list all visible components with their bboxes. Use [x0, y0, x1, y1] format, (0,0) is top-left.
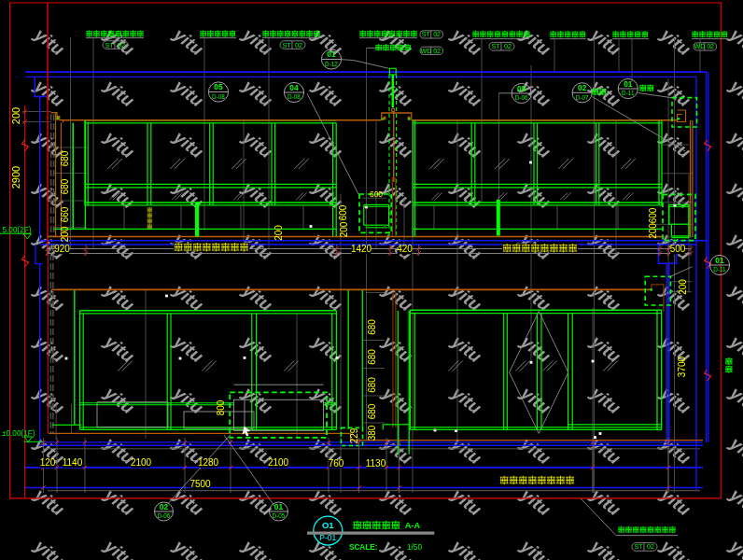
svg-text:D-06: D-06 [515, 94, 528, 101]
svg-text:380: 380 [367, 425, 377, 441]
svg-text:800: 800 [216, 399, 226, 415]
svg-text:02: 02 [160, 502, 169, 511]
svg-text:5.00(2F): 5.00(2F) [3, 226, 32, 234]
svg-text:01: 01 [624, 79, 633, 89]
svg-text:200: 200 [10, 107, 21, 124]
svg-text:200: 200 [273, 225, 284, 241]
svg-text:02: 02 [295, 41, 302, 49]
svg-text:2900: 2900 [10, 166, 21, 189]
svg-text:SCALE:: SCALE: [349, 543, 377, 552]
svg-text:01: 01 [715, 256, 724, 265]
svg-text:D-05: D-05 [273, 512, 286, 519]
svg-text:02: 02 [647, 542, 654, 551]
svg-text:WD: WD [694, 42, 705, 50]
svg-text:02: 02 [433, 47, 441, 55]
svg-text:±0.00(1F): ±0.00(1F) [2, 429, 35, 438]
svg-text:1/50: 1/50 [407, 543, 422, 552]
svg-text:1420: 1420 [351, 244, 372, 254]
svg-text:02: 02 [578, 83, 587, 92]
svg-text:660: 660 [60, 206, 70, 222]
svg-text:680: 680 [60, 150, 70, 166]
svg-text:600: 600 [648, 207, 658, 223]
svg-text:ST: ST [282, 41, 291, 49]
svg-text:ST: ST [491, 42, 500, 50]
svg-text:680: 680 [367, 377, 377, 393]
svg-text:200: 200 [648, 223, 658, 239]
svg-text:420: 420 [397, 244, 413, 254]
svg-text:02: 02 [118, 41, 125, 49]
svg-text:D-11: D-11 [622, 90, 635, 96]
svg-text:200: 200 [678, 279, 688, 295]
svg-text:500: 500 [670, 244, 686, 254]
svg-text:680: 680 [60, 178, 70, 194]
svg-text:WD: WD [420, 47, 431, 55]
svg-text:D-12: D-12 [325, 61, 338, 67]
svg-text:680: 680 [367, 349, 377, 365]
svg-text:7500: 7500 [189, 479, 211, 489]
svg-text:120: 120 [40, 457, 56, 468]
svg-text:D-11: D-11 [713, 266, 726, 273]
svg-text:02: 02 [504, 42, 512, 50]
svg-text:1280: 1280 [198, 457, 219, 468]
svg-text:D-06: D-06 [158, 512, 171, 519]
svg-text:3700: 3700 [677, 356, 687, 377]
svg-text:02: 02 [707, 42, 714, 50]
svg-text:2100: 2100 [131, 457, 152, 468]
svg-text:2100: 2100 [268, 457, 289, 468]
svg-text:920: 920 [54, 244, 70, 254]
svg-text:229: 229 [349, 427, 359, 443]
svg-text:ST: ST [634, 542, 643, 551]
svg-text:01: 01 [274, 502, 284, 511]
svg-text:760: 760 [329, 458, 344, 469]
svg-text:1140: 1140 [63, 457, 83, 468]
svg-text:05: 05 [214, 82, 223, 91]
svg-text:600: 600 [338, 204, 348, 220]
svg-text:05: 05 [517, 84, 526, 93]
svg-text:200: 200 [339, 221, 349, 237]
svg-text:D-08: D-08 [212, 93, 225, 100]
svg-text:680: 680 [367, 403, 377, 419]
svg-text:D-07: D-07 [576, 94, 589, 101]
svg-text:200: 200 [60, 226, 70, 242]
svg-text:01: 01 [327, 49, 336, 59]
svg-text:1130: 1130 [366, 458, 386, 469]
svg-text:P-01: P-01 [319, 533, 336, 542]
svg-text:D-08: D-08 [287, 93, 301, 100]
svg-text:02: 02 [433, 30, 441, 38]
svg-text:ST: ST [422, 30, 431, 38]
svg-text:ST: ST [105, 41, 114, 49]
svg-text:680: 680 [367, 319, 377, 335]
svg-text:04: 04 [289, 83, 299, 92]
svg-text:A-A: A-A [405, 521, 421, 530]
svg-text:O1: O1 [322, 520, 334, 530]
